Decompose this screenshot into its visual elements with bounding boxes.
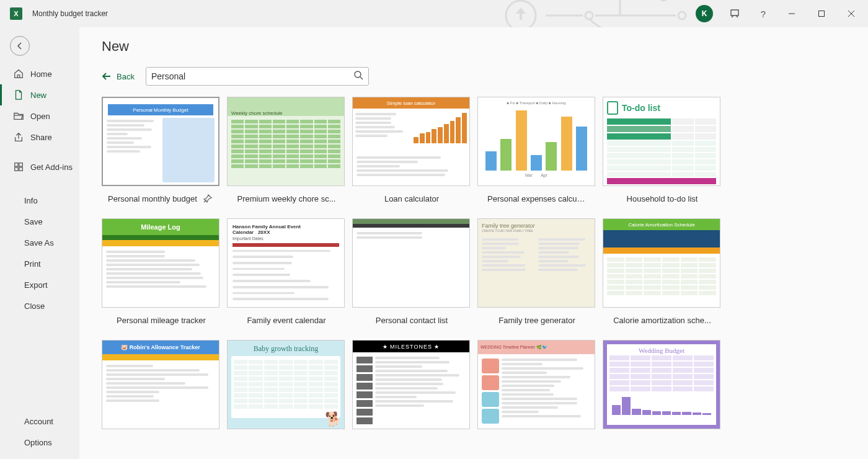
file-new-icon bbox=[13, 89, 24, 100]
sidebar-item-print[interactable]: Print bbox=[0, 253, 79, 274]
svg-point-3 bbox=[678, 12, 686, 19]
template-thumbnail: Weekly chore schedule bbox=[227, 97, 345, 186]
search-back-link[interactable]: Back bbox=[102, 72, 135, 81]
svg-rect-5 bbox=[15, 163, 18, 166]
template-thumbnail: ■ Fix ■ Transport ■ Daily ■ HousingMar A… bbox=[477, 97, 595, 186]
pin-icon bbox=[203, 194, 212, 203]
template-card[interactable]: Simple loan calculatorLoan calculator bbox=[352, 97, 471, 211]
svg-rect-4 bbox=[819, 11, 825, 17]
page-title: New bbox=[102, 38, 853, 55]
home-icon bbox=[13, 68, 24, 79]
template-thumbnail: Mileage Log bbox=[102, 218, 219, 308]
main-panel: New Back Personal Monthly BudgetPersonal… bbox=[79, 27, 868, 459]
arrow-left-icon bbox=[102, 72, 112, 81]
template-card[interactable]: Calorie Amortization ScheduleCalorie amo… bbox=[603, 218, 722, 332]
sidebar-item-options[interactable]: Options bbox=[0, 432, 79, 453]
ribbon-display-icon bbox=[729, 8, 740, 19]
sidebar-item-label: Open bbox=[30, 112, 50, 121]
template-label: Personal expenses calcula... bbox=[487, 194, 587, 203]
template-card[interactable]: Baby growth tracking🐕 bbox=[227, 340, 346, 434]
template-label: Family event calendar bbox=[247, 316, 326, 325]
maximize-icon bbox=[818, 10, 825, 17]
svg-point-1 bbox=[585, 12, 593, 19]
template-card[interactable]: 🐷 Robin's Allowance Tracker bbox=[102, 340, 221, 434]
template-thumbnail: Calorie Amortization Schedule bbox=[603, 218, 720, 308]
backstage-sidebar: HomeNewOpenShareGet Add-ins InfoSaveSave… bbox=[0, 27, 79, 459]
template-label: Personal mileage tracker bbox=[117, 316, 206, 325]
sidebar-item-label: Home bbox=[30, 69, 52, 79]
addins-icon bbox=[13, 161, 24, 172]
template-gallery[interactable]: Personal Monthly BudgetPersonal monthly … bbox=[102, 97, 853, 444]
ribbon-display-button[interactable] bbox=[720, 4, 749, 24]
help-icon: ? bbox=[761, 9, 766, 19]
template-thumbnail: Hanson Family Annual Event Calendar 20XX… bbox=[227, 218, 345, 308]
sidebar-item-new[interactable]: New bbox=[0, 84, 79, 105]
template-label: Loan calculator bbox=[384, 194, 439, 203]
title-bar: X Monthly budget tracker K ? bbox=[0, 0, 868, 27]
template-card[interactable]: ★ MILESTONES ★ bbox=[352, 340, 471, 434]
sidebar-item-share[interactable]: Share bbox=[0, 127, 79, 148]
sidebar-item-label: New bbox=[30, 91, 46, 100]
close-button[interactable] bbox=[837, 4, 866, 24]
sidebar-item-account[interactable]: Account bbox=[0, 411, 79, 432]
template-thumbnail: Personal Monthly Budget bbox=[102, 97, 219, 186]
minimize-icon bbox=[788, 10, 795, 17]
close-icon bbox=[848, 10, 855, 17]
template-label: Premium weekly chore sc... bbox=[237, 194, 336, 203]
template-thumbnail: Baby growth tracking🐕 bbox=[227, 340, 345, 429]
svg-point-2 bbox=[660, 0, 667, 1]
document-title: Monthly budget tracker bbox=[32, 9, 108, 18]
search-back-label: Back bbox=[117, 72, 135, 81]
minimize-button[interactable] bbox=[777, 4, 806, 24]
folder-open-icon bbox=[13, 110, 24, 122]
template-card[interactable]: Weekly chore schedulePremium weekly chor… bbox=[227, 97, 346, 211]
template-thumbnail: Simple loan calculator bbox=[352, 97, 470, 186]
template-card[interactable]: Mileage LogPersonal mileage tracker bbox=[102, 218, 221, 332]
svg-rect-6 bbox=[19, 163, 22, 166]
template-search-box[interactable] bbox=[146, 67, 369, 86]
excel-app-icon: X bbox=[10, 7, 22, 20]
sidebar-item-label: Share bbox=[30, 133, 52, 142]
template-label: Calorie amortization sche... bbox=[613, 316, 711, 325]
back-circle-button[interactable] bbox=[10, 36, 30, 56]
template-label: Family tree generator bbox=[498, 316, 575, 325]
template-thumbnail: 🐷 Robin's Allowance Tracker bbox=[102, 340, 219, 429]
search-icon[interactable] bbox=[353, 70, 363, 82]
sidebar-item-label: Get Add-ins bbox=[30, 163, 73, 172]
template-card[interactable]: Family tree generatorCREATE YOUR OWN FAM… bbox=[477, 218, 596, 332]
template-thumbnail: Wedding Budget bbox=[603, 340, 720, 429]
template-card[interactable]: To-do listHousehold to-do list bbox=[603, 97, 722, 211]
svg-rect-8 bbox=[19, 167, 22, 171]
template-thumbnail: To-do list bbox=[603, 97, 720, 186]
template-card[interactable]: Personal contact list bbox=[352, 218, 471, 332]
sidebar-item-home[interactable]: Home bbox=[0, 63, 79, 84]
template-thumbnail bbox=[352, 218, 470, 308]
template-card[interactable]: Wedding Budget bbox=[603, 340, 722, 434]
template-card[interactable]: WEDDING Timeline Planner 🌿🐦 bbox=[477, 340, 596, 434]
template-label: Household to-do list bbox=[627, 194, 698, 203]
template-card[interactable]: Hanson Family Annual Event Calendar 20XX… bbox=[227, 218, 346, 332]
svg-rect-7 bbox=[15, 167, 18, 171]
svg-point-9 bbox=[355, 71, 361, 78]
arrow-left-icon bbox=[15, 41, 25, 51]
help-button[interactable]: ? bbox=[750, 4, 776, 24]
template-thumbnail: WEDDING Timeline Planner 🌿🐦 bbox=[477, 340, 595, 429]
sidebar-item-addins[interactable]: Get Add-ins bbox=[0, 156, 79, 177]
pin-template-button[interactable] bbox=[201, 192, 215, 205]
sidebar-item-close[interactable]: Close bbox=[0, 295, 79, 316]
template-card[interactable]: ■ Fix ■ Transport ■ Daily ■ HousingMar A… bbox=[477, 97, 596, 211]
template-label: Personal monthly budget bbox=[108, 194, 197, 203]
sidebar-item-save[interactable]: Save bbox=[0, 211, 79, 232]
share-icon bbox=[13, 131, 24, 143]
sidebar-item-saveas[interactable]: Save As bbox=[0, 232, 79, 253]
svg-point-0 bbox=[506, 1, 536, 30]
sidebar-item-open[interactable]: Open bbox=[0, 105, 79, 127]
template-thumbnail: Family tree generatorCREATE YOUR OWN FAM… bbox=[477, 218, 595, 308]
maximize-button[interactable] bbox=[807, 4, 836, 24]
template-card[interactable]: Personal Monthly BudgetPersonal monthly … bbox=[102, 97, 221, 211]
template-label: Personal contact list bbox=[376, 316, 448, 325]
sidebar-item-info[interactable]: Info bbox=[0, 190, 79, 211]
user-avatar[interactable]: K bbox=[696, 5, 713, 22]
sidebar-item-export[interactable]: Export bbox=[0, 274, 79, 295]
template-search-input[interactable] bbox=[151, 71, 353, 81]
